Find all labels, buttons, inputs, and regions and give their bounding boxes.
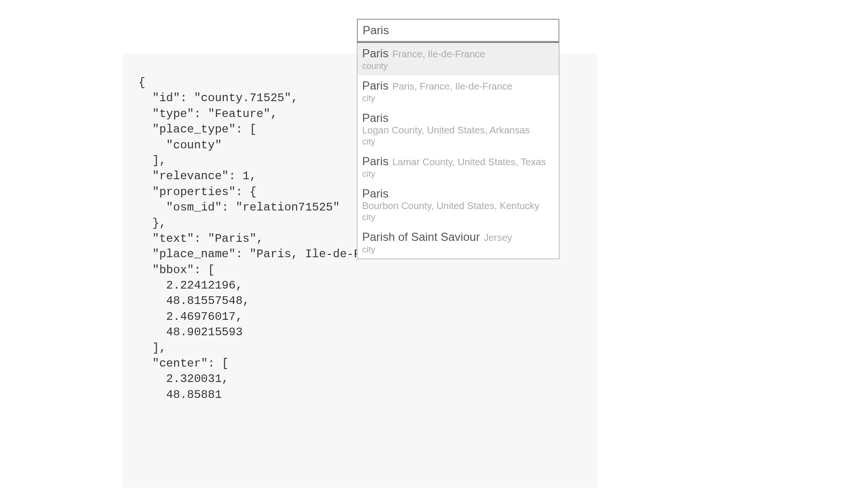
result-location: France, Ile-de-France [393,49,485,60]
result-location: Lamar County, United States, Texas [393,157,546,168]
autocomplete-result-item[interactable]: ParisFrance, Ile-de-Francecounty [357,43,559,75]
result-name: Paris [362,155,389,168]
result-location: Logan County, United States, Arkansas [362,125,530,136]
result-name: Paris [362,47,389,60]
result-top-row: ParisFrance, Ile-de-France [362,47,554,60]
result-type: city [362,212,554,223]
result-type: city [362,93,554,104]
result-location: Bourbon County, United States, Kentucky [362,200,540,211]
result-name: Paris [362,111,389,125]
result-name: Paris [362,79,389,92]
autocomplete-dropdown: ParisFrance, Ile-de-FrancecountyParisPar… [357,42,559,259]
autocomplete-result-item[interactable]: ParisLamar County, United States, Texasc… [357,151,559,183]
result-name: Parish of Saint Saviour [362,230,480,244]
result-type: county [362,61,554,71]
result-top-row: ParisLogan County, United States, Arkans… [362,111,554,136]
autocomplete-result-item[interactable]: Parish of Saint SaviourJerseycity [357,226,559,259]
result-top-row: ParisParis, France, Ile-de-France [362,79,554,92]
result-location: Jersey [484,232,512,243]
autocomplete-result-item[interactable]: ParisParis, France, Ile-de-Francecity [357,75,559,107]
result-type: city [362,245,554,255]
autocomplete-result-item[interactable]: ParisBourbon County, United States, Kent… [357,183,559,226]
result-top-row: Parish of Saint SaviourJersey [362,230,554,244]
result-type: city [362,137,554,147]
result-location: Paris, France, Ile-de-France [393,81,513,92]
result-name: Paris [362,187,389,200]
result-top-row: ParisBourbon County, United States, Kent… [362,187,554,211]
result-top-row: ParisLamar County, United States, Texas [362,155,554,168]
result-type: city [362,169,554,179]
search-input[interactable] [357,19,559,42]
autocomplete-result-item[interactable]: ParisLogan County, United States, Arkans… [357,107,559,151]
autocomplete-search-container: ParisFrance, Ile-de-FrancecountyParisPar… [357,19,559,259]
